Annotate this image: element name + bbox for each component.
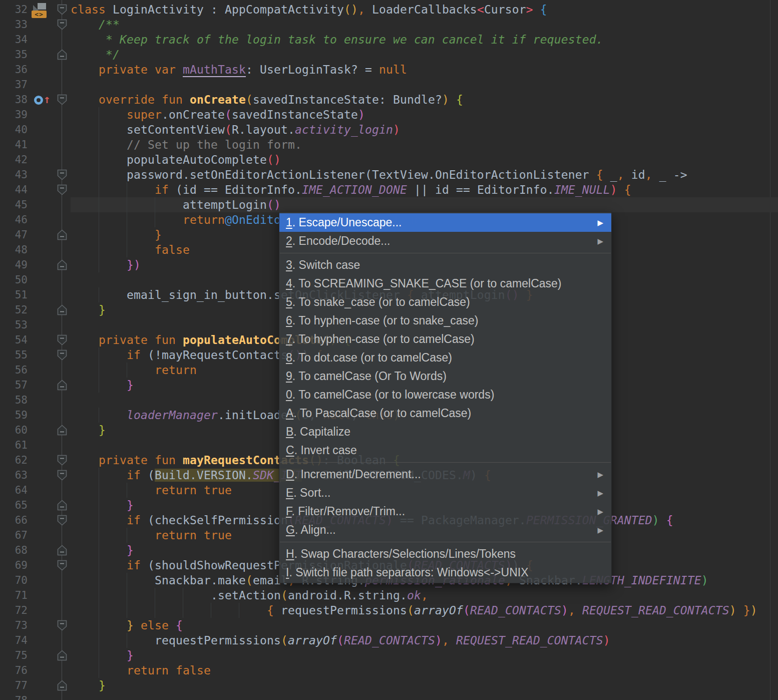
gutter[interactable]: 73	[0, 618, 71, 633]
fold-column[interactable]	[54, 347, 71, 363]
gutter[interactable]: 72	[0, 603, 71, 618]
menu-item-7-to-hyphen-case-or-to-camelcase[interactable]: 7. To hyphen-case (or to camelCase)	[279, 330, 611, 348]
gutter[interactable]: 77	[0, 678, 71, 693]
fold-collapse-icon[interactable]	[57, 620, 67, 631]
gutter[interactable]: 69	[0, 558, 71, 573]
line-number[interactable]: 42	[0, 152, 28, 167]
code-text[interactable]: /**	[71, 17, 778, 32]
fold-column[interactable]	[54, 152, 71, 167]
line-number[interactable]: 70	[0, 573, 28, 588]
fold-collapse-icon[interactable]	[57, 184, 67, 195]
gutter[interactable]: 71	[0, 588, 71, 603]
code-line-75[interactable]: 75 }	[0, 648, 778, 663]
fold-column[interactable]	[54, 17, 71, 32]
line-number[interactable]: 71	[0, 588, 28, 603]
gutter[interactable]: 39	[0, 107, 71, 122]
line-number[interactable]: 40	[0, 122, 28, 137]
code-line-43[interactable]: 43 password.setOnEditorActionListener(Te…	[0, 167, 778, 182]
gutter[interactable]: 62	[0, 453, 71, 468]
line-number[interactable]: 46	[0, 212, 28, 227]
fold-column[interactable]	[54, 197, 71, 212]
gutter[interactable]: 40	[0, 122, 71, 137]
fold-collapse-icon[interactable]	[57, 19, 67, 30]
fold-column[interactable]	[54, 393, 71, 408]
menu-item-1-escape-unescape[interactable]: 1. Escape/Unescape...▶	[279, 213, 611, 232]
menu-item-B-capitalize[interactable]: B. Capitalize	[279, 423, 611, 441]
code-text[interactable]: class LoginActivity : AppCompatActivity(…	[71, 2, 778, 17]
code-line-39[interactable]: 39 super.onCreate(savedInstanceState)	[0, 107, 778, 122]
overrides-method-icon[interactable]	[34, 96, 43, 105]
fold-column[interactable]	[54, 618, 71, 633]
code-text[interactable]: password.setOnEditorActionListener(TextV…	[71, 167, 778, 182]
fold-column[interactable]	[54, 167, 71, 182]
line-number[interactable]: 35	[0, 47, 28, 62]
code-text[interactable]	[71, 77, 778, 92]
line-number[interactable]: 69	[0, 558, 28, 573]
fold-column[interactable]	[54, 77, 71, 92]
gutter[interactable]: 60	[0, 423, 71, 438]
fold-column[interactable]	[54, 633, 71, 648]
gutter[interactable]: 44	[0, 182, 71, 197]
gutter[interactable]: 51	[0, 287, 71, 302]
code-line-74[interactable]: 74 requestPermissions(arrayOf(READ_CONTA…	[0, 633, 778, 648]
gutter[interactable]: 53	[0, 317, 71, 332]
fold-column[interactable]	[54, 378, 71, 393]
line-number[interactable]: 59	[0, 408, 28, 423]
line-number[interactable]: 74	[0, 633, 28, 648]
fold-column[interactable]	[54, 423, 71, 438]
line-number[interactable]: 65	[0, 498, 28, 513]
fold-column[interactable]	[54, 438, 71, 453]
menu-item-I-switch-file-path-separators-windows-unix[interactable]: I. Switch file path separators: Windows<…	[279, 563, 611, 582]
gutter[interactable]: 34	[0, 32, 71, 47]
fold-end-icon[interactable]	[57, 650, 67, 661]
fold-column[interactable]	[54, 287, 71, 302]
menu-item-H-swap-characters-selections-lines-tokens[interactable]: H. Swap Characters/Selections/Lines/Toke…	[279, 545, 611, 563]
code-line-32[interactable]: 32<>class LoginActivity : AppCompatActiv…	[0, 2, 778, 17]
fold-column[interactable]	[54, 468, 71, 483]
line-number[interactable]: 50	[0, 272, 28, 287]
code-text[interactable]: return false	[71, 663, 778, 678]
fold-end-icon[interactable]	[57, 500, 67, 511]
fold-collapse-icon[interactable]	[57, 349, 67, 361]
gutter[interactable]: 54	[0, 332, 71, 347]
line-number[interactable]: 62	[0, 453, 28, 468]
fold-column[interactable]	[54, 182, 71, 197]
fold-column[interactable]	[54, 212, 71, 227]
line-number[interactable]: 55	[0, 347, 28, 363]
gutter[interactable]: 74	[0, 633, 71, 648]
gutter[interactable]: 33	[0, 17, 71, 32]
code-line-33[interactable]: 33 /**	[0, 17, 778, 32]
menu-item-A-to-pascalcase-or-to-camelcase[interactable]: A. To PascalCase (or to camelCase)	[279, 404, 611, 423]
code-text[interactable]: { requestPermissions(arrayOf(READ_CONTAC…	[71, 603, 778, 618]
gutter[interactable]: 70	[0, 573, 71, 588]
menu-item-6-to-hyphen-case-or-to-snake-case[interactable]: 6. To hyphen-case (or to snake_case)	[279, 311, 611, 330]
code-text[interactable]: setContentView(R.layout.activity_login)	[71, 122, 778, 137]
fold-collapse-icon[interactable]	[57, 169, 67, 180]
fold-column[interactable]	[54, 317, 71, 332]
menu-item-5-to-snake-case-or-to-camelcase[interactable]: 5. To snake_case (or to camelCase)	[279, 293, 611, 311]
code-line-36[interactable]: 36 private var mAuthTask: UserLoginTask?…	[0, 62, 778, 77]
line-number[interactable]: 75	[0, 648, 28, 663]
fold-column[interactable]	[54, 693, 71, 700]
fold-column[interactable]	[54, 257, 71, 272]
fold-collapse-icon[interactable]	[57, 470, 67, 481]
gutter[interactable]: 68	[0, 543, 71, 558]
line-number[interactable]: 39	[0, 107, 28, 122]
line-number[interactable]: 78	[0, 693, 28, 700]
code-line-40[interactable]: 40 setContentView(R.layout.activity_logi…	[0, 122, 778, 137]
code-text[interactable]: }	[71, 648, 778, 663]
gutter[interactable]: 48	[0, 242, 71, 257]
gutter[interactable]: 50	[0, 272, 71, 287]
line-number[interactable]: 37	[0, 77, 28, 92]
line-number[interactable]: 60	[0, 423, 28, 438]
fold-column[interactable]	[54, 302, 71, 317]
gutter[interactable]: 38↑	[0, 92, 71, 107]
line-number[interactable]: 34	[0, 32, 28, 47]
fold-column[interactable]	[54, 603, 71, 618]
menu-item-E-sort[interactable]: E. Sort...▶	[279, 484, 611, 502]
gutter[interactable]: 35	[0, 47, 71, 62]
line-number[interactable]: 67	[0, 528, 28, 543]
fold-column[interactable]	[54, 62, 71, 77]
fold-column[interactable]	[54, 543, 71, 558]
gutter[interactable]: 36	[0, 62, 71, 77]
